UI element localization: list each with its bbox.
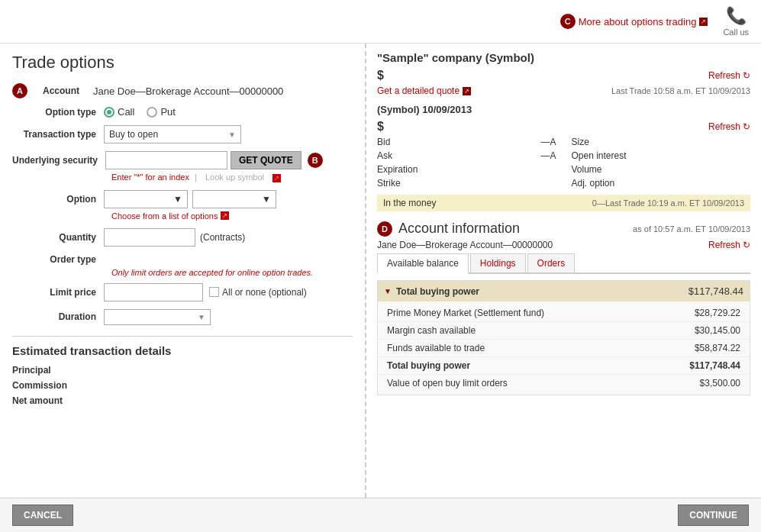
ask-value: —A [540,150,556,161]
option-data-grid: Bid —A Size Ask —A Open interest Expirat… [377,137,750,189]
all-or-none-checkbox-label[interactable]: All or none (optional) [209,287,307,298]
call-label: Call [118,106,134,118]
balance-header-label: ▼ Total buying power [384,286,479,297]
funds-value: $58,874.22 [695,343,740,353]
strike-label: Strike [377,178,401,189]
margin-label: Margin cash available [387,325,476,336]
ext-icon: ↗ [699,18,708,26]
tab-orders-label: Orders [537,258,566,269]
detail-quote-link[interactable]: Get a detailed quote ↗ [377,85,471,96]
option-select-1[interactable]: ▼ [104,190,188,208]
size-label: Size [572,137,589,147]
refresh-icon-2: ↻ [743,121,750,132]
account-info-subtitle: Jane Doe—Brokerage Account—00000000 Refr… [377,240,750,250]
option-type-row: Option type Call Put [12,106,353,118]
transaction-type-row: Transaction type Buy to open ▼ [12,125,353,143]
ask-label: Ask [377,150,392,161]
a-badge: A [12,83,27,98]
call-radio[interactable]: Call [104,106,134,118]
order-type-row: Order type [12,254,353,265]
prime-label: Prime Money Market (Settlement fund) [387,308,544,318]
refresh-label-1: Refresh [708,70,740,81]
b-badge: B [308,153,323,168]
phone-icon: 📞 [726,6,746,26]
tab-orders[interactable]: Orders [527,253,576,272]
price-dollar: $ [377,69,384,82]
form-section: A Account Jane Doe—Brokerage Account—000… [12,83,353,406]
tab-available-balance[interactable]: Available balance [377,253,469,274]
commission-row: Commission [12,380,353,391]
chevron-down-icon: ▼ [228,131,236,139]
choose-options-link-row: Choose from a list of options ↗ [111,211,353,221]
call-us[interactable]: 📞 Call us [723,6,749,37]
volume-label: Volume [572,164,602,175]
cancel-button[interactable]: CANCEL [12,505,73,526]
tab-available-balance-label: Available balance [387,258,459,269]
balance-row-open-orders: Value of open buy limit orders $3,500.00 [378,375,750,392]
account-info-title-row: D Account information [377,221,520,237]
limit-price-input[interactable] [104,283,203,301]
margin-value: $30,145.00 [695,325,740,336]
refresh-label-2: Refresh [708,121,740,132]
price-refresh-row-2: $ Refresh ↻ [377,120,750,134]
account-value: Jane Doe—Brokerage Account—00000000 [93,85,283,97]
prime-value: $28,729.22 [695,308,740,318]
all-or-none-checkbox[interactable] [209,287,219,297]
top-bar-links: C More about options trading ↗ 📞 Call us [560,6,749,37]
as-of: as of 10:57 a.m. ET 10/09/2013 [633,224,750,234]
look-up-label: Look up symbol [205,172,264,182]
look-up-symbol-link[interactable]: Look up symbol ↗ [202,172,284,182]
volume-row: Volume [572,164,751,175]
refresh-button-2[interactable]: Refresh ↻ [708,121,750,132]
refresh-button-3[interactable]: Refresh ↻ [708,240,750,250]
d-badge: D [377,221,392,237]
duration-row: Duration ▼ [12,309,353,325]
account-info-header: D Account information as of 10:57 a.m. E… [377,221,750,237]
call-radio-indicator [104,107,114,118]
ext-icon4: ↗ [463,87,471,95]
ask-row: Ask —A [377,150,556,161]
choose-options-link[interactable]: Choose from a list of options ↗ [111,211,353,221]
account-label: Account [34,85,87,96]
balance-section: ▼ Total buying power $117,748.44 Prime M… [377,280,750,395]
tab-holdings[interactable]: Holdings [470,253,526,272]
order-type-label: Order type [12,254,104,265]
all-or-none-label: All or none (optional) [222,287,307,298]
radio-group: Call Put [104,106,176,118]
ext-icon2: ↗ [272,174,281,182]
option-type-label: Option type [12,107,104,118]
sub-links: Enter "*" for an index | Look up symbol … [111,172,353,182]
in-the-money-row: In the money 0—Last Trade 10:19 a.m. ET … [377,195,750,211]
strike-row: Strike [377,178,556,189]
duration-select[interactable]: ▼ [104,309,211,325]
principal-label: Principal [12,365,89,376]
tab-holdings-label: Holdings [480,258,516,269]
enter-hint-link[interactable]: Enter "*" for an index [111,172,189,182]
last-trade-2: 0—Last Trade 10:19 a.m. ET 10/09/2013 [592,198,744,208]
more-about-link[interactable]: C More about options trading ↗ [560,14,708,29]
underlying-security-input[interactable] [105,151,227,169]
detail-quote-row: Get a detailed quote ↗ Last Trade 10:58 … [377,85,750,96]
chevron-down-icon5: ▼ [384,287,392,295]
get-quote-button[interactable]: GET QUOTE [231,151,301,169]
transaction-type-select[interactable]: Buy to open ▼ [104,125,241,143]
option-row: Option ▼ ▼ [12,190,353,208]
bid-row: Bid —A [377,137,556,147]
open-interest-label: Open interest [572,150,627,161]
option-select-2[interactable]: ▼ [192,190,276,208]
symbol-date: (Symbol) 10/09/2013 [377,104,750,115]
estimated-section: Estimated transaction details Principal … [12,336,353,406]
refresh-button-1[interactable]: Refresh ↻ [708,70,750,81]
transaction-type-label: Transaction type [12,129,104,140]
open-orders-label: Value of open buy limit orders [387,378,508,389]
total-value: $117,748.44 [689,360,740,371]
put-radio[interactable]: Put [147,106,176,118]
transaction-type-value: Buy to open [109,129,158,140]
bottom-bar: CANCEL CONTInUe [0,498,761,532]
quantity-input[interactable] [104,228,195,247]
price-refresh-row: $ Refresh ↻ [377,69,750,82]
continue-button[interactable]: CONTInUe [678,505,749,526]
option-label: Option [12,194,104,205]
balance-row-margin: Margin cash available $30,145.00 [378,322,750,340]
balance-header-row[interactable]: ▼ Total buying power $117,748.44 [378,281,750,301]
